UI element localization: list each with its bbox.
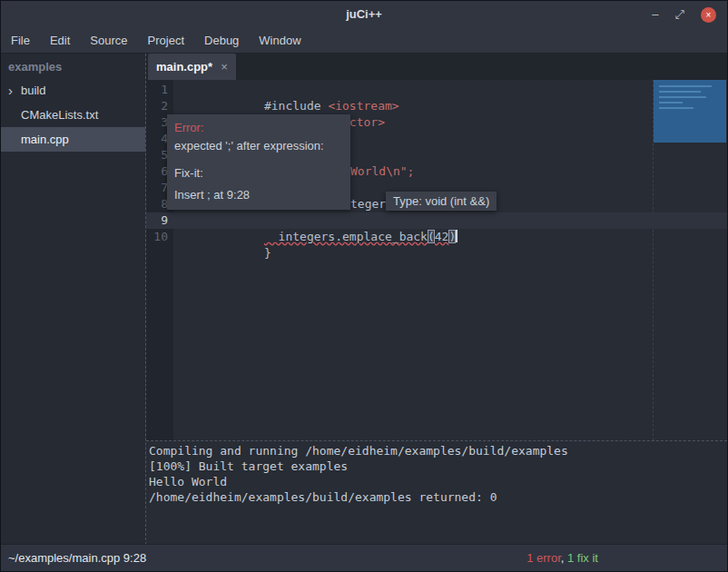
tabbar: main.cpp* × — [146, 54, 727, 80]
fixit-label: Fix-it: — [174, 166, 343, 180]
terminal-line: /home/eidheim/examples/build/examples re… — [149, 489, 724, 505]
line-number: 5 — [146, 147, 168, 163]
line-number: 7 — [146, 180, 168, 196]
terminal-line: [100%] Built target examples — [149, 459, 724, 474]
juci-window: juCi++ – ⤢ × File Edit Source Project De… — [0, 0, 728, 572]
fixit-text: Insert ; at 9:28 — [174, 188, 343, 202]
diagnostic-tooltip: Error: expected ';' after expression: Fi… — [167, 114, 350, 210]
code-text: } — [264, 246, 271, 260]
error-count: 1 error — [526, 551, 561, 565]
minimap-line — [659, 102, 683, 104]
menu-edit[interactable]: Edit — [40, 28, 80, 53]
tab-close-icon[interactable]: × — [221, 60, 228, 74]
menu-file[interactable]: File — [1, 28, 40, 53]
menu-debug[interactable]: Debug — [194, 28, 249, 53]
main-area: examples › build CMakeLists.txt main.cpp… — [1, 54, 727, 545]
editor-column: main.cpp* × 1#include <iostream> 2#inclu… — [146, 54, 727, 545]
statusbar: ~/examples/main.cpp 9:28 1 error, 1 fix … — [1, 544, 727, 571]
tree-item-build[interactable]: › build — [1, 78, 145, 103]
line-number: 9 — [146, 212, 168, 229]
menubar: File Edit Source Project Debug Window — [1, 28, 727, 54]
line-number: 3 — [146, 114, 168, 131]
code-line[interactable]: 2#include <vector> — [146, 98, 727, 114]
tab-maincpp[interactable]: main.cpp* × — [148, 54, 236, 80]
diagnostics-summary: 1 error, 1 fix it — [526, 551, 598, 565]
tree-item-label: build — [21, 84, 45, 97]
tree-item-label: CMakeLists.txt — [21, 108, 98, 122]
error-message: expected ';' after expression: — [174, 139, 343, 153]
menu-window[interactable]: Window — [249, 28, 310, 53]
file-tree-panel: examples › build CMakeLists.txt main.cpp — [1, 54, 146, 545]
minimap-line — [659, 85, 712, 87]
terminal-line: Compiling and running /home/eidheim/exam… — [149, 443, 724, 459]
line-number: 10 — [146, 229, 168, 245]
minimap-line — [659, 96, 706, 98]
line-number: 2 — [146, 98, 168, 114]
fixit-count: 1 fix it — [567, 551, 598, 565]
file-location-label: ~/examples/main.cpp 9:28 — [8, 551, 146, 565]
code-line[interactable]: 10} — [146, 229, 727, 245]
project-name-label: examples — [1, 54, 145, 78]
maximize-icon[interactable]: ⤢ — [675, 1, 684, 28]
code-line-current[interactable]: 9 integers.emplace_back(42) — [146, 212, 727, 229]
source-map[interactable] — [654, 80, 726, 143]
tree-item-maincpp[interactable]: main.cpp — [1, 127, 145, 152]
tab-label: main.cpp* — [156, 60, 212, 74]
menu-source[interactable]: Source — [80, 28, 137, 53]
expander-chevron-icon[interactable]: › — [8, 84, 21, 97]
window-controls: – ⤢ × — [652, 1, 716, 28]
type-tooltip: Type: void (int &&) — [386, 192, 497, 211]
terminal-output[interactable]: Compiling and running /home/eidheim/exam… — [146, 440, 727, 545]
minimap-line — [659, 107, 694, 109]
line-number: 6 — [146, 163, 168, 180]
tree-item-cmakelists[interactable]: CMakeLists.txt — [1, 103, 145, 127]
menu-project[interactable]: Project — [138, 28, 194, 53]
diag-separator: , — [561, 551, 567, 565]
line-number: 8 — [146, 196, 168, 212]
terminal-line: Hello World — [149, 474, 724, 489]
code-line[interactable]: 1#include <iostream> — [146, 82, 727, 98]
minimize-icon[interactable]: – — [652, 1, 658, 28]
titlebar[interactable]: juCi++ – ⤢ × — [1, 1, 727, 28]
minimap-line — [659, 91, 701, 93]
code-editor[interactable]: 1#include <iostream> 2#include <vector> … — [146, 80, 727, 440]
line-number: 1 — [146, 82, 168, 98]
close-icon[interactable]: × — [701, 7, 716, 23]
error-label: Error: — [174, 121, 343, 134]
tree-item-label: main.cpp — [21, 133, 69, 146]
line-number: 4 — [146, 131, 168, 147]
window-title: juCi++ — [1, 1, 727, 28]
